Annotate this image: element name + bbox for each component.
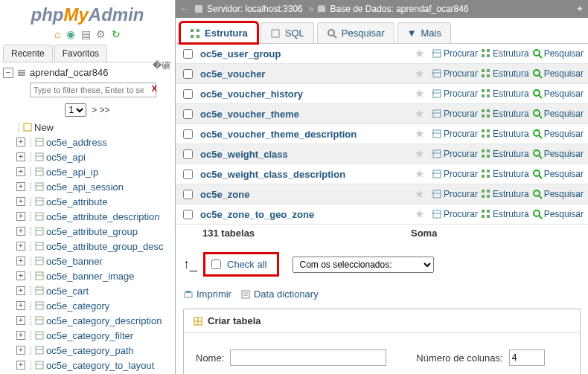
checkall-label[interactable]: Check all [227,259,266,270]
action-search[interactable]: Pesquisar [532,68,584,79]
expand-icon[interactable]: + [16,331,25,340]
expand-icon[interactable]: + [16,212,25,221]
action-search[interactable]: Pesquisar [532,88,584,99]
expand-icon[interactable]: + [16,167,25,176]
name-input[interactable] [230,349,386,366]
star-icon[interactable]: ★ [415,207,424,221]
action-browse[interactable]: Procurar [432,209,478,219]
expand-icon[interactable]: + [16,361,25,370]
bc-db[interactable]: Base de Dados: aprendaf_ocar846 [316,4,468,14]
star-icon[interactable]: ★ [415,107,424,120]
expand-icon[interactable]: + [16,197,25,206]
action-browse[interactable]: Procurar [432,169,478,179]
expand-icon[interactable]: + [16,182,25,191]
expand-icon[interactable]: + [16,257,25,265]
star-icon[interactable]: ★ [415,67,424,80]
action-browse[interactable]: Procurar [432,48,478,59]
expand-icon[interactable]: + [16,301,25,310]
cols-input[interactable] [509,349,545,366]
filter-input[interactable] [30,83,156,97]
table-link[interactable]: oc5e_user_group [200,48,281,59]
tree-item[interactable]: +┊oc5e_category_description [16,313,175,328]
table-link[interactable]: oc5e_voucher_history [200,88,303,100]
row-checkbox[interactable] [183,190,193,199]
exit-icon[interactable]: ◉ [66,28,75,40]
tree-item[interactable]: +┊oc5e_category_filter [16,328,175,343]
row-checkbox[interactable] [183,149,193,159]
tab-pesquisar[interactable]: Pesquisar [317,22,394,43]
action-structure[interactable]: Estrutura [481,169,529,179]
tree-item[interactable]: +┊oc5e_category [16,298,175,313]
star-icon[interactable]: ★ [415,187,424,201]
action-structure[interactable]: Estrutura [481,68,529,79]
expand-icon[interactable]: + [16,227,25,236]
tab-favorites[interactable]: Favoritos [54,45,107,62]
with-selected-select[interactable]: Com os seleccionados: [293,257,434,273]
page-select[interactable]: 1 [65,103,86,117]
action-browse[interactable]: Procurar [432,88,478,99]
table-link[interactable]: oc5e_voucher_theme [200,109,299,120]
expand-icon[interactable]: + [16,242,25,251]
clear-filter-icon[interactable]: X [152,84,157,93]
expand-icon[interactable]: + [16,286,25,295]
action-search[interactable]: Pesquisar [532,209,584,219]
expand-icon[interactable]: + [16,152,25,161]
action-search[interactable]: Pesquisar [532,149,584,159]
tree-item[interactable]: +┊oc5e_api [16,149,175,164]
logo[interactable]: phpMyAdmin [0,0,175,27]
tree-item[interactable]: +┊oc5e_category_to_layout [16,358,175,373]
row-checkbox[interactable] [183,170,193,179]
row-checkbox[interactable] [183,49,193,59]
row-checkbox[interactable] [183,129,193,139]
action-structure[interactable]: Estrutura [481,209,529,219]
action-search[interactable]: Pesquisar [532,48,584,59]
tree-item[interactable]: +┊oc5e_api_session [16,179,175,194]
doc-icon[interactable]: ▤ [81,28,91,40]
row-checkbox[interactable] [183,109,193,119]
expand-icon[interactable]: + [16,138,25,146]
tab-estrutura[interactable]: Estrutura [180,22,258,43]
table-link[interactable]: oc5e_zone_to_geo_zone [200,209,314,220]
data-dictionary-link[interactable]: Data dictionary [254,288,319,300]
action-structure[interactable]: Estrutura [481,189,529,199]
expand-icon[interactable]: + [16,346,25,355]
action-search[interactable]: Pesquisar [532,189,584,199]
action-structure[interactable]: Estrutura [481,129,529,139]
table-link[interactable]: oc5e_weight_class [200,149,288,160]
action-browse[interactable]: Procurar [432,68,478,79]
gear-icon[interactable]: ⚙ [96,28,106,40]
tab-recent[interactable]: Recente [3,45,53,62]
action-structure[interactable]: Estrutura [481,48,529,59]
tree-item[interactable]: +┊oc5e_address [16,135,175,149]
page-next[interactable]: > >> [92,105,109,115]
star-icon[interactable]: ★ [415,47,424,60]
star-icon[interactable]: ★ [415,87,424,100]
action-structure[interactable]: Estrutura [481,109,529,119]
nav-back-icon[interactable]: ← [180,4,189,14]
tab-sql[interactable]: SQL [261,22,314,43]
checkall-checkbox[interactable] [211,259,221,269]
tree-item[interactable]: +┊oc5e_cart [16,283,175,298]
tree-item[interactable]: +┊oc5e_banner [16,254,175,268]
star-icon[interactable]: ★ [415,167,424,181]
print-link[interactable]: Imprimir [196,288,231,300]
tree-item[interactable]: +┊oc5e_attribute_group [16,224,175,239]
collapse-toggle-icon[interactable]: − [3,68,13,78]
action-search[interactable]: Pesquisar [532,109,584,119]
tree-item[interactable]: +┊oc5e_attribute [16,194,175,209]
reload-icon[interactable]: ↻ [112,28,121,40]
home-icon[interactable]: ⌂ [54,28,60,40]
action-structure[interactable]: Estrutura [481,149,529,159]
star-icon[interactable]: ★ [415,147,424,161]
expand-icon[interactable]: + [16,271,25,280]
star-icon[interactable]: ★ [415,127,424,141]
table-link[interactable]: oc5e_weight_class_description [200,169,345,180]
tree-item[interactable]: +┊oc5e_api_ip [16,164,175,179]
expand-icon[interactable]: + [16,316,25,325]
action-browse[interactable]: Procurar [432,109,478,119]
action-search[interactable]: Pesquisar [532,129,584,139]
tree-new[interactable]: ┊ New [16,120,175,135]
action-structure[interactable]: Estrutura [481,88,529,99]
tree-item[interactable]: +┊oc5e_attribute_group_desc [16,239,175,254]
table-link[interactable]: oc5e_zone [200,189,249,200]
